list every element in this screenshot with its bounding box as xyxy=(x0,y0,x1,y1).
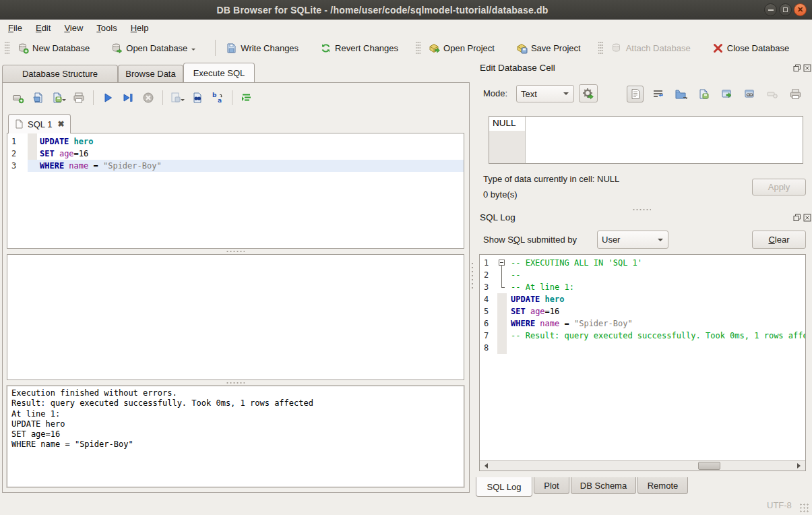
execute-line-button[interactable] xyxy=(119,89,137,107)
line-number: 7 xyxy=(480,330,497,342)
close-panel-icon[interactable] xyxy=(803,214,811,222)
open-tab-icon xyxy=(12,92,24,104)
open-tab-button[interactable] xyxy=(9,89,27,107)
print-sql-icon xyxy=(73,92,85,104)
menu-edit[interactable]: Edit xyxy=(29,21,57,35)
execute-all-button[interactable] xyxy=(99,89,117,107)
save-sql-file-button[interactable] xyxy=(50,89,67,107)
revert-changes-button[interactable]: Revert Changes xyxy=(314,39,404,57)
cell-value: NULL xyxy=(493,118,516,128)
code-text: -- Result: query executed successfully. … xyxy=(507,330,805,342)
cell-type-info: Type of data currently in cell: NULL xyxy=(483,174,619,184)
tab-plot[interactable]: Plot xyxy=(534,477,569,494)
print-sql-button[interactable] xyxy=(70,89,88,107)
tab-sql-log[interactable]: SQL Log xyxy=(476,477,532,497)
sql-log-view[interactable]: 1-- EXECUTING ALL IN 'SQL 1'2--3-- At li… xyxy=(479,254,806,471)
format-sql-button[interactable] xyxy=(238,89,255,107)
sql-document-tab[interactable]: SQL 1 ✖ xyxy=(8,114,71,133)
menu-view[interactable]: View xyxy=(57,21,90,35)
close-tab-icon[interactable]: ✖ xyxy=(57,119,64,129)
toolbar-button-label: Open Project xyxy=(443,43,495,53)
mode-select[interactable]: Text xyxy=(516,85,574,102)
apply-button[interactable]: Apply xyxy=(752,179,806,195)
stop-button xyxy=(139,89,157,107)
fold-line xyxy=(501,281,502,287)
import-cell-button[interactable] xyxy=(673,86,689,102)
clear-log-button[interactable]: Clear xyxy=(752,231,806,249)
edit-cell-dock-buttons xyxy=(793,64,811,72)
log-filter-select[interactable]: User xyxy=(597,231,668,249)
open-in-app-button[interactable] xyxy=(718,86,735,102)
word-wrap-button[interactable] xyxy=(650,86,666,102)
code-line: 3WHERE name = "Spider-Boy" xyxy=(7,160,464,172)
export-cell-button[interactable] xyxy=(695,86,712,102)
open-database-button[interactable]: Open Database xyxy=(105,39,201,57)
open-sql-file-icon xyxy=(32,92,44,104)
toolbar-button-label: Close Database xyxy=(727,43,790,53)
scroll-left-icon[interactable] xyxy=(480,461,490,471)
open-project-button[interactable]: Open Project xyxy=(423,39,501,57)
edit-cell-title: Edit Database Cell xyxy=(480,63,555,73)
tab-remote[interactable]: Remote xyxy=(637,477,688,494)
cell-editor-gutter xyxy=(489,131,526,163)
splitter-handle[interactable] xyxy=(226,382,245,384)
text-mode-button[interactable] xyxy=(627,86,644,102)
fold-line xyxy=(501,269,502,281)
menu-tools[interactable]: Tools xyxy=(90,21,123,35)
print-cell-icon xyxy=(790,88,801,100)
cell-value-editor[interactable]: NULL xyxy=(489,116,803,164)
write-changes-button[interactable]: Write Changes xyxy=(220,39,305,57)
tab-database-structure[interactable]: Database Structure xyxy=(2,65,118,82)
line-number: 2 xyxy=(7,148,28,160)
line-number: 3 xyxy=(7,160,28,172)
splitter-handle[interactable] xyxy=(632,208,651,211)
tab-execute-sql[interactable]: Execute SQL xyxy=(183,63,255,82)
code-text: -- EXECUTING ALL IN 'SQL 1' xyxy=(507,257,805,269)
fold-margin xyxy=(497,330,507,342)
save-results-button xyxy=(168,89,186,107)
panel-splitter-handle[interactable] xyxy=(471,262,474,291)
find-button[interactable] xyxy=(189,89,206,107)
resize-grip[interactable] xyxy=(799,503,809,512)
scrollbar-thumb[interactable] xyxy=(698,462,720,470)
line-number: 6 xyxy=(480,317,497,330)
close-panel-icon[interactable] xyxy=(803,64,811,72)
new-database-button[interactable]: New Database xyxy=(11,39,96,57)
tab-browse-data[interactable]: Browse Data xyxy=(118,65,183,82)
set-null-button[interactable] xyxy=(764,86,781,102)
menu-file[interactable]: File xyxy=(1,21,29,35)
title-bar: DB Browser for SQLite - /home/user/code/… xyxy=(0,0,812,20)
new-database-icon xyxy=(18,42,29,54)
print-cell-button[interactable] xyxy=(787,86,804,102)
close-database-button[interactable]: Close Database xyxy=(706,39,796,57)
fold-collapse-icon[interactable] xyxy=(499,260,505,266)
menu-help[interactable]: Help xyxy=(124,21,156,35)
open-in-app-icon xyxy=(721,88,732,100)
fold-margin xyxy=(497,281,507,293)
execution-message[interactable]: Execution finished without errors. Resul… xyxy=(7,386,464,487)
float-panel-icon[interactable] xyxy=(793,214,801,222)
auto-switch-mode-button[interactable] xyxy=(579,84,598,102)
sql-editor[interactable]: 1UPDATE hero2SET age=163WHERE name = "Sp… xyxy=(7,133,464,249)
code-line: 6WHERE name = "Spider-Boy" xyxy=(480,317,805,330)
maximize-button[interactable] xyxy=(779,3,792,16)
open-sql-file-button[interactable] xyxy=(30,89,47,107)
splitter-handle[interactable] xyxy=(226,250,245,253)
code-text: WHERE name = "Spider-Boy" xyxy=(37,160,464,172)
code-line: 1-- EXECUTING ALL IN 'SQL 1' xyxy=(480,257,805,269)
minimize-button[interactable] xyxy=(764,3,777,16)
toolbar-button-label: Write Changes xyxy=(241,43,299,53)
replace-button[interactable]: ba xyxy=(209,89,226,107)
fold-margin xyxy=(28,148,37,160)
float-panel-icon[interactable] xyxy=(793,64,801,72)
toolbar-handle xyxy=(598,40,603,55)
close-button[interactable]: ✕ xyxy=(794,3,807,16)
scroll-right-icon[interactable] xyxy=(795,461,805,471)
horizontal-scrollbar[interactable] xyxy=(480,460,805,471)
tab-db-schema[interactable]: DB Schema xyxy=(571,477,636,494)
results-grid[interactable] xyxy=(7,254,464,380)
save-project-button[interactable]: Save Project xyxy=(510,39,587,57)
code-line: 3-- At line 1: xyxy=(480,281,805,293)
copy-link-button[interactable] xyxy=(741,86,758,102)
log-filter-value: User xyxy=(602,235,620,245)
